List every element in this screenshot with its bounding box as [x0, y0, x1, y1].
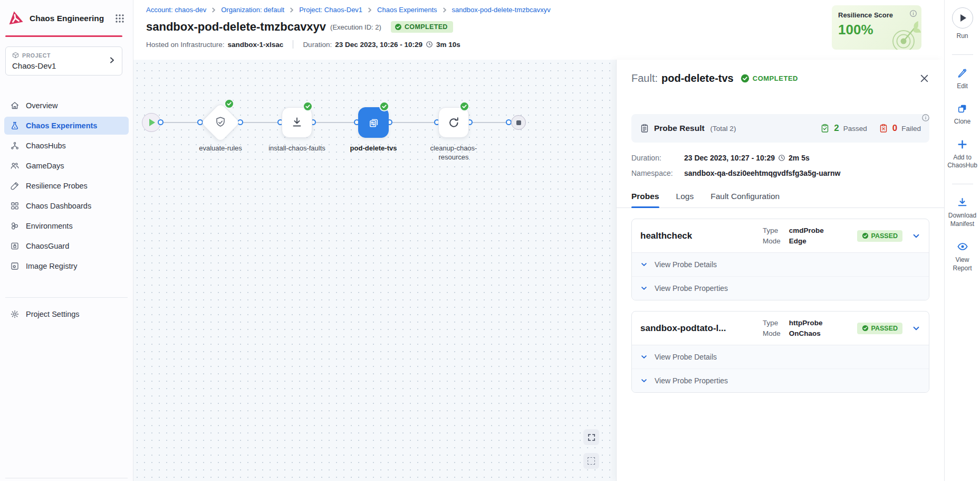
breadcrumb-chaos-experiments[interactable]: Chaos Experiments — [377, 6, 437, 14]
sidebar-item-chaos-experiments[interactable]: Chaos Experiments — [4, 117, 129, 135]
view-report-button[interactable]: View Report — [946, 241, 979, 272]
sidebar-divider — [5, 297, 128, 298]
probe-mode-label: Mode — [763, 237, 781, 245]
probe-card-healthcheck: healthcheck Type cmdProbe Mode Edge PASS… — [631, 219, 929, 300]
chevron-right-icon — [211, 7, 216, 13]
rail-divider — [952, 54, 973, 55]
apps-grid-icon[interactable] — [115, 14, 124, 23]
clone-button[interactable]: Clone — [946, 103, 979, 126]
sidebar-item-project-settings[interactable]: Project Settings — [4, 305, 129, 323]
probe-status-badge: PASSED — [857, 323, 902, 334]
node-label-selected: pod-delete-tvs — [344, 144, 402, 153]
pipeline-canvas[interactable]: evaluate-rules install-chaos-faults — [133, 60, 616, 481]
sidebar-item-chaos-dashboards[interactable]: Chaos Dashboards — [4, 197, 129, 215]
probe-card-body: View Probe Details View Probe Properties — [632, 252, 929, 300]
sidebar-item-label: ChaosHubs — [26, 142, 66, 150]
breadcrumb-project[interactable]: Project: Chaos-Dev1 — [299, 6, 362, 14]
network-icon — [10, 141, 20, 150]
pipeline-node-install-chaos-faults[interactable] — [282, 107, 312, 138]
play-icon — [149, 119, 155, 126]
breadcrumb: Account: chaos-dev Organization: default… — [146, 6, 931, 14]
fullscreen-button[interactable] — [583, 429, 599, 445]
fault-elapsed: 2m 5s — [789, 154, 810, 162]
play-circle-icon — [952, 7, 973, 29]
edit-button[interactable]: Edit — [946, 68, 979, 91]
project-card-name: Chaos-Dev1 — [12, 61, 116, 70]
stop-icon — [516, 120, 521, 125]
probe-card-header[interactable]: sandbox-podtato-l... Type httpProbe Mode… — [632, 312, 929, 345]
probe-result-total: (Total 2) — [710, 125, 736, 133]
fault-detail-panel: Fault: pod-delete-tvs COMPLETED — [616, 60, 944, 481]
lock-card-icon — [10, 241, 20, 251]
brand-underline — [5, 35, 122, 37]
view-probe-details-link[interactable]: View Probe Details — [632, 345, 929, 369]
refresh-icon — [447, 116, 461, 130]
view-probe-properties-link[interactable]: View Probe Properties — [632, 276, 929, 300]
check-circle-icon — [741, 74, 750, 83]
test-tube-icon — [10, 181, 20, 191]
probe-result-title: Probe Result — [654, 124, 705, 133]
selection-tool-button[interactable] — [583, 453, 599, 469]
sidebar-item-image-registry[interactable]: Image Registry — [4, 257, 129, 275]
sidebar-item-label: Chaos Experiments — [26, 121, 97, 130]
sidebar-item-gamedays[interactable]: GameDays — [4, 157, 129, 175]
sidebar-item-label: Project Settings — [26, 310, 80, 318]
sidebar-item-resilience-probes[interactable]: Resilience Probes — [4, 177, 129, 195]
sidebar-item-label: Overview — [26, 101, 57, 110]
breadcrumb-account[interactable]: Account: chaos-dev — [146, 6, 206, 14]
clipboard-check-icon — [820, 124, 830, 133]
add-to-chaoshub-button[interactable]: Add to ChaosHub — [946, 139, 979, 170]
pipeline-node-pod-delete-tvs[interactable] — [358, 107, 389, 138]
sidebar-item-label: Environments — [26, 222, 73, 230]
view-report-label: View Report — [946, 256, 979, 272]
run-button[interactable]: Run — [946, 7, 979, 41]
chevron-down-icon — [640, 285, 648, 292]
sidebar: Chaos Engineering PROJECT Chaos-Dev1 — [0, 0, 133, 481]
sidebar-item-environments[interactable]: Environments — [4, 217, 129, 235]
clock-icon — [426, 41, 433, 48]
rail-divider — [952, 184, 973, 184]
flask-icon — [10, 121, 20, 130]
probe-mode-label: Mode — [763, 329, 781, 337]
people-icon — [10, 161, 20, 171]
info-icon[interactable] — [921, 114, 930, 124]
breadcrumb-current[interactable]: sandbox-pod-delete-tmzbcavxyv — [452, 6, 551, 14]
chevron-down-icon — [640, 261, 648, 268]
tab-logs[interactable]: Logs — [676, 192, 694, 208]
pipeline-end-node[interactable] — [511, 115, 526, 130]
status-badge: COMPLETED — [391, 21, 453, 33]
chevron-right-icon — [442, 7, 447, 13]
action-rail: Run Edit Clone Add to ChaosHub Dow — [944, 0, 980, 481]
failed-label: Failed — [901, 125, 921, 133]
view-probe-properties-link[interactable]: View Probe Properties — [632, 369, 929, 392]
pipeline-node-cleanup-chaos-resources[interactable] — [438, 107, 469, 138]
close-icon[interactable] — [919, 73, 929, 83]
eye-icon — [957, 241, 968, 252]
pipeline-node-evaluate-rules[interactable] — [200, 102, 241, 143]
chevron-down-icon[interactable] — [912, 232, 920, 240]
probe-type-value: cmdProbe — [789, 227, 824, 234]
sidebar-item-chaoshubs[interactable]: ChaosHubs — [4, 137, 129, 155]
app-title: Chaos Engineering — [30, 14, 110, 23]
tab-probes[interactable]: Probes — [631, 192, 659, 208]
download-icon — [957, 197, 968, 208]
passed-check-badge — [303, 101, 313, 111]
sidebar-item-label: GameDays — [26, 162, 64, 170]
check-circle-icon — [862, 232, 869, 239]
chaos-logo-icon — [6, 10, 24, 27]
chevron-right-icon — [289, 7, 294, 13]
download-manifest-button[interactable]: Download Manifest — [946, 197, 979, 228]
project-selector[interactable]: PROJECT Chaos-Dev1 — [5, 46, 122, 76]
clone-icon — [957, 103, 968, 114]
breadcrumb-organization[interactable]: Organization: default — [221, 6, 284, 14]
sidebar-item-chaosguard[interactable]: ChaosGuard — [4, 237, 129, 255]
probe-type-label: Type — [763, 227, 781, 234]
tab-fault-configuration[interactable]: Fault Configuration — [710, 192, 780, 208]
passed-check-badge — [379, 101, 389, 111]
resilience-score-value: 100% — [838, 22, 915, 38]
sidebar-item-label: Image Registry — [26, 262, 78, 270]
chevron-down-icon[interactable] — [912, 324, 920, 333]
probe-card-header[interactable]: healthcheck Type cmdProbe Mode Edge PASS… — [632, 219, 929, 252]
view-probe-details-link[interactable]: View Probe Details — [632, 253, 929, 276]
sidebar-item-overview[interactable]: Overview — [4, 97, 129, 115]
